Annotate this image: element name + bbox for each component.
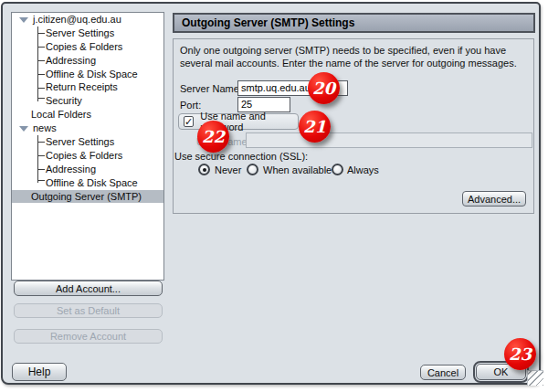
tree-item-label: Offline & Disk Space xyxy=(46,176,138,190)
tree-item-label: Addressing xyxy=(46,54,96,68)
port-label: Port: xyxy=(180,100,201,111)
tree-line xyxy=(37,149,46,163)
tree-line xyxy=(37,135,46,149)
ssl-label: Use secure connection (SSL): xyxy=(174,151,308,162)
tree-item-label: Local Folders xyxy=(31,108,91,122)
tree-item-copies-folders[interactable]: Copies & Folders xyxy=(12,40,163,54)
remove-account-button: Remove Account xyxy=(14,329,163,344)
radio-dot-icon xyxy=(203,168,206,172)
tree-line xyxy=(37,80,46,94)
ssl-radio-never[interactable] xyxy=(198,164,210,175)
account-settings-dialog: j.citizen@uq.edu.au Server Settings Copi… xyxy=(1,2,541,385)
tree-item-label: Security xyxy=(46,94,82,108)
ssl-radio-always[interactable] xyxy=(332,164,343,175)
add-account-button[interactable]: Add Account... xyxy=(14,281,163,296)
tree-item-label: Outgoing Server (SMTP) xyxy=(31,190,142,204)
tree-item-return-receipts[interactable]: Return Receipts xyxy=(12,80,163,94)
user-name-input xyxy=(246,132,532,148)
tree-item-news-root[interactable]: news xyxy=(12,122,163,135)
tree-item-label: j.citizen@uq.edu.au xyxy=(33,13,121,26)
tree-item-label: Addressing xyxy=(46,163,96,176)
tree-line xyxy=(37,176,46,184)
ssl-radio-never-label[interactable]: Never xyxy=(215,164,241,175)
tree-item-offline-disk-space[interactable]: Offline & Disk Space xyxy=(12,68,163,81)
account-tree[interactable]: j.citizen@uq.edu.au Server Settings Copi… xyxy=(11,12,164,281)
tree-item-addressing[interactable]: Addressing xyxy=(12,54,163,68)
tree-item-account-root[interactable]: j.citizen@uq.edu.au xyxy=(12,13,163,26)
tree-item-local-folders[interactable]: Local Folders xyxy=(12,108,163,122)
advanced-button[interactable]: Advanced... xyxy=(462,191,526,207)
annotation-badge-20: 20 xyxy=(308,72,340,104)
tree-line xyxy=(37,94,46,101)
tree-item-security[interactable]: Security xyxy=(12,94,163,108)
annotation-badge-21: 21 xyxy=(299,111,331,143)
tree-item-label: Return Receipts xyxy=(46,80,118,94)
tree-item-news-server-settings[interactable]: Server Settings xyxy=(12,135,163,149)
set-as-default-button: Set as Default xyxy=(14,303,163,318)
checkbox-checked-icon[interactable]: ✓ xyxy=(184,116,194,127)
annotation-badge-22: 22 xyxy=(197,121,229,153)
tree-item-label: Server Settings xyxy=(46,135,114,149)
use-name-password-checkbox[interactable]: ✓ Use name and password xyxy=(178,113,299,130)
cancel-button[interactable]: Cancel xyxy=(420,365,466,380)
ssl-radio-when-available[interactable] xyxy=(247,164,258,175)
ssl-radio-always-label[interactable]: Always xyxy=(347,164,379,175)
tree-line xyxy=(37,26,46,40)
tree-item-news-copies-folders[interactable]: Copies & Folders xyxy=(12,149,163,163)
panel-title: Outgoing Server (SMTP) Settings xyxy=(182,16,354,29)
twisty-open-icon[interactable] xyxy=(19,17,28,23)
tree-item-outgoing-server-smtp[interactable]: Outgoing Server (SMTP) xyxy=(12,190,163,204)
tree-line xyxy=(37,54,46,68)
tree-item-label: Server Settings xyxy=(46,26,114,40)
tree-item-news-addressing[interactable]: Addressing xyxy=(12,163,163,176)
resize-grip[interactable] xyxy=(527,370,543,386)
tree-line xyxy=(37,68,46,81)
tree-item-label: Offline & Disk Space xyxy=(46,68,138,81)
panel-header: Outgoing Server (SMTP) Settings xyxy=(173,13,535,33)
ssl-radio-when-available-label[interactable]: When available xyxy=(263,164,332,175)
tree-item-label: Copies & Folders xyxy=(46,149,122,163)
annotation-badge-23: 23 xyxy=(504,338,536,370)
server-name-label: Server Name: xyxy=(180,83,242,94)
tree-item-server-settings[interactable]: Server Settings xyxy=(12,26,163,40)
tree-item-label: news xyxy=(33,122,57,135)
screenshot-stage: j.citizen@uq.edu.au Server Settings Copi… xyxy=(0,0,548,392)
smtp-description: Only one outgoing server (SMTP) needs to… xyxy=(180,44,532,70)
tree-line xyxy=(37,163,46,176)
tree-item-news-offline-disk-space[interactable]: Offline & Disk Space xyxy=(12,176,163,190)
tree-item-label: Copies & Folders xyxy=(46,40,122,54)
help-button[interactable]: Help xyxy=(12,363,67,381)
tree-line xyxy=(37,40,46,54)
twisty-open-icon[interactable] xyxy=(19,126,28,132)
